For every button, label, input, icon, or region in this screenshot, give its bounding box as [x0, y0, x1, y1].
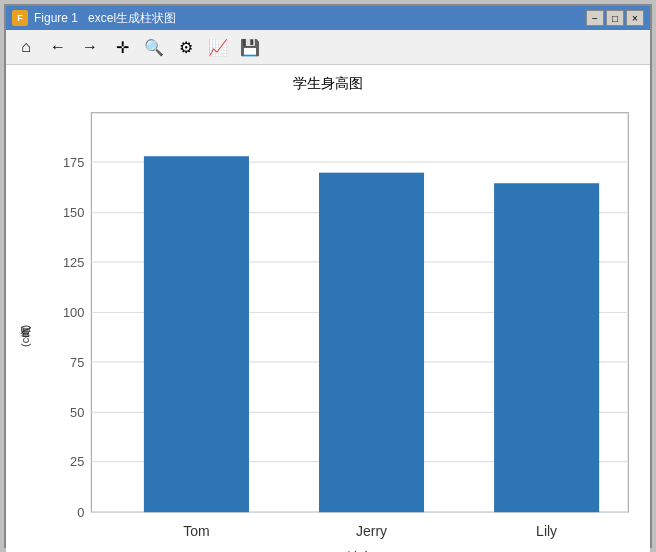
- x-label-lily: Lily: [536, 523, 557, 539]
- pan-button[interactable]: ✛: [108, 34, 136, 60]
- chart-svg: 0 25 50 75 100: [33, 101, 640, 552]
- save-button[interactable]: 💾: [236, 34, 264, 60]
- svg-text:125: 125: [63, 255, 84, 270]
- window-controls: − □ ×: [586, 10, 644, 26]
- home-button[interactable]: ⌂: [12, 34, 40, 60]
- bar-lily: [494, 183, 599, 512]
- minimize-button[interactable]: −: [586, 10, 604, 26]
- svg-text:100: 100: [63, 305, 84, 320]
- svg-text:175: 175: [63, 155, 84, 170]
- title-bar: F Figure 1 excel生成柱状图 − □ ×: [6, 6, 650, 30]
- svg-text:25: 25: [70, 454, 84, 469]
- line-button[interactable]: 📈: [204, 34, 232, 60]
- config-button[interactable]: ⚙: [172, 34, 200, 60]
- title-bar-left: F Figure 1 excel生成柱状图: [12, 10, 176, 27]
- chart-title: 学生身高图: [293, 75, 363, 93]
- svg-text:0: 0: [77, 505, 84, 520]
- maximize-button[interactable]: □: [606, 10, 624, 26]
- bar-tom: [144, 156, 249, 512]
- app-icon: F: [12, 10, 28, 26]
- x-axis-title: 姓名: [346, 548, 374, 552]
- x-label-tom: Tom: [183, 523, 209, 539]
- svg-text:75: 75: [70, 354, 84, 369]
- main-window: F Figure 1 excel生成柱状图 − □ × ⌂ ← → ✛ 🔍 ⚙ …: [4, 4, 652, 548]
- forward-button[interactable]: →: [76, 34, 104, 60]
- bar-jerry: [319, 173, 424, 513]
- figure-label: Figure 1: [34, 11, 78, 25]
- svg-text:150: 150: [63, 205, 84, 220]
- x-label-jerry: Jerry: [356, 523, 387, 539]
- window-subtitle: excel生成柱状图: [88, 11, 176, 25]
- zoom-button[interactable]: 🔍: [140, 34, 168, 60]
- window-title: Figure 1 excel生成柱状图: [34, 10, 176, 27]
- close-button[interactable]: ×: [626, 10, 644, 26]
- toolbar: ⌂ ← → ✛ 🔍 ⚙ 📈 💾: [6, 30, 650, 65]
- svg-text:50: 50: [70, 405, 84, 420]
- y-axis-label: 身高(cm): [16, 101, 33, 552]
- back-button[interactable]: ←: [44, 34, 72, 60]
- chart-area: 学生身高图 身高(cm) 0: [6, 65, 650, 552]
